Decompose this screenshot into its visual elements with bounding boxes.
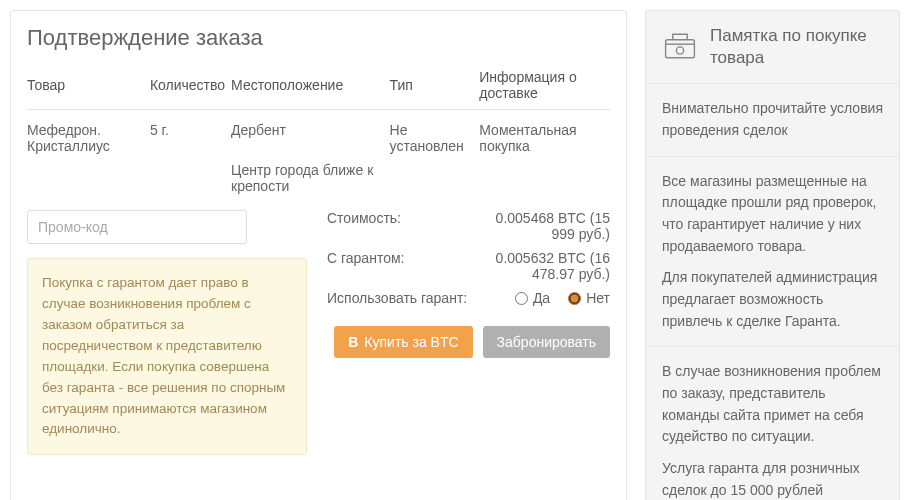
notice-block3: В случае возникновения проблем по заказу… bbox=[646, 346, 899, 500]
notice-icon bbox=[662, 30, 698, 65]
notice-block3-p2: Услуга гаранта для розничных сделок до 1… bbox=[662, 458, 883, 500]
use-guarantor-label: Использовать гарант: bbox=[327, 290, 472, 306]
guarantor-yes-option[interactable]: Да bbox=[515, 290, 550, 306]
buy-btc-label: Купить за BTC bbox=[364, 334, 458, 350]
notice-block3-p1: В случае возникновения проблем по заказу… bbox=[662, 361, 883, 448]
cell-qty: 5 г. bbox=[150, 110, 231, 205]
guarantor-no-option[interactable]: Нет bbox=[568, 290, 610, 306]
guarantor-no-radio[interactable] bbox=[568, 292, 581, 305]
col-qty: Количество bbox=[150, 61, 231, 110]
order-table: Товар Количество Местоположение Тип Инфо… bbox=[27, 61, 610, 204]
notice-block1: Внимательно прочитайте условия проведени… bbox=[646, 83, 899, 155]
guarantor-no-label: Нет bbox=[586, 290, 610, 306]
price-cost-label: Стоимость: bbox=[327, 210, 472, 242]
price-guarantor-value: 0.005632 BTC (16 478.97 руб.) bbox=[472, 250, 610, 282]
sidebar: Памятка по покупке товара Внимательно пр… bbox=[645, 10, 900, 500]
col-delivery: Информация о доставке bbox=[479, 61, 610, 110]
svg-rect-0 bbox=[666, 39, 695, 57]
buy-btc-button[interactable]: B Купить за BTC bbox=[334, 326, 472, 358]
bitcoin-icon: B bbox=[348, 334, 358, 350]
price-guarantor-label: С гарантом: bbox=[327, 250, 472, 282]
page-title: Подтверждение заказа bbox=[27, 25, 610, 51]
guarantor-yes-label: Да bbox=[533, 290, 550, 306]
svg-point-1 bbox=[676, 46, 683, 53]
price-cost-value: 0.005468 BTC (15 999 руб.) bbox=[472, 210, 610, 242]
cell-type: Не установлен bbox=[390, 110, 480, 205]
col-location: Местоположение bbox=[231, 61, 390, 110]
col-product: Товар bbox=[27, 61, 150, 110]
notice-card: Памятка по покупке товара Внимательно пр… bbox=[645, 10, 900, 500]
notice-block2: Все магазины размещенные на площадке про… bbox=[646, 156, 899, 347]
order-confirmation-panel: Подтверждение заказа Товар Количество Ме… bbox=[10, 10, 627, 500]
guarantor-alert: Покупка с гарантом дает право в случае в… bbox=[27, 258, 307, 455]
cell-location: Дербент Центр города ближе к крепости bbox=[231, 110, 390, 205]
cell-location-extra: Центр города ближе к крепости bbox=[231, 162, 384, 194]
table-row: Мефедрон. Кристаллиус 5 г. Дербент Центр… bbox=[27, 110, 610, 205]
cell-product: Мефедрон. Кристаллиус bbox=[27, 110, 150, 205]
guarantor-yes-radio[interactable] bbox=[515, 292, 528, 305]
reserve-label: Забронировать bbox=[497, 334, 596, 350]
cell-delivery: Моментальная покупка bbox=[479, 110, 610, 205]
notice-block2-p1: Все магазины размещенные на площадке про… bbox=[662, 171, 883, 258]
cell-location-main: Дербент bbox=[231, 122, 384, 138]
notice-title: Памятка по покупке товара bbox=[710, 25, 883, 69]
col-type: Тип bbox=[390, 61, 480, 110]
promo-input[interactable] bbox=[27, 210, 247, 244]
reserve-button[interactable]: Забронировать bbox=[483, 326, 610, 358]
notice-block2-p2: Для покупателей администрация предлагает… bbox=[662, 267, 883, 332]
